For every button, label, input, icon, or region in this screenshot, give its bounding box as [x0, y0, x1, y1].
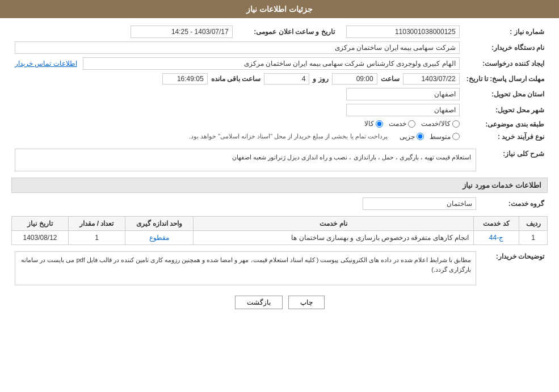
creator-label: ایجاد کننده درخواست:: [463, 56, 548, 71]
col-need-date: تاریخ نیاز: [12, 216, 69, 230]
radio-mottasat-label: متوسط: [430, 133, 451, 141]
radio-kala-input[interactable]: [376, 120, 383, 128]
back-button[interactable]: بازگشت: [235, 296, 283, 309]
col-quantity: تعداد / مقدار: [69, 216, 125, 230]
creator-link[interactable]: اطلاعات تماس خریدار: [15, 60, 77, 68]
requester-label: نام دستگاه خریدار:: [463, 40, 548, 56]
buyer-notes-section: توضیحات خریدار: مطابق با شرایط اعلام شده…: [11, 250, 548, 287]
page-title: جزئیات اطلاعات نیاز: [246, 5, 313, 14]
cell-date: 1403/08/12: [12, 230, 69, 245]
col-service-code: کد خدمت: [474, 216, 519, 230]
col-unit: واحد اندازه گیری: [125, 216, 194, 230]
announce-date-value: 1403/07/17 - 14:25: [131, 26, 233, 38]
requester-value: شرکت سهامی بیمه ایران ساختمان مرکزی: [15, 41, 460, 54]
radio-kala: کالا: [364, 120, 383, 128]
province-value: اصفهان: [346, 88, 460, 100]
radio-jazii: جزیی: [400, 133, 424, 141]
need-number-value: 1103001038000125: [346, 26, 460, 38]
radio-mottasat-input[interactable]: [452, 133, 460, 140]
radio-khedmat: خدمت: [389, 120, 415, 128]
deadline-remaining: 16:49:05: [162, 73, 208, 85]
radio-kala-khedmat-input[interactable]: [452, 120, 460, 128]
page-header: جزئیات اطلاعات نیاز: [0, 0, 559, 18]
radio-kala-label: کالا: [364, 120, 374, 128]
services-table: ردیف کد خدمت نام خدمت واحد اندازه گیری ت…: [11, 216, 548, 245]
deadline-date: 1403/07/22: [403, 73, 460, 85]
print-button[interactable]: چاپ: [288, 296, 325, 309]
radio-kala-khedmat: کالا/خدمت: [421, 120, 459, 128]
table-row: 1 ج-44 انجام کارهای متفرقه درخصوص بازساز…: [12, 230, 548, 245]
process-note: پرداخت تمام یا بخشی از مبلغ خریدار از مح…: [189, 133, 388, 140]
service-group-section: گروه خدمت: ساختمان: [11, 196, 548, 212]
cell-code: ج-44: [474, 230, 519, 245]
process-radio-group: متوسط جزیی: [400, 133, 460, 141]
col-row-number: ردیف: [519, 216, 548, 230]
radio-khedmat-label: خدمت: [389, 120, 406, 128]
radio-jazii-label: جزیی: [400, 133, 415, 141]
need-description-section: شرح کلی نیاز: استعلام قیمت تهیه ، بارگیر…: [11, 147, 548, 173]
cell-unit: مقطوع: [125, 230, 194, 245]
creator-value: الهام کبیری ولوجردی کارشناس شرکت سهامی ب…: [83, 57, 460, 70]
deadline-time-label: ساعت: [381, 75, 400, 83]
main-container: جزئیات اطلاعات نیاز شماره نیاز : 1103001…: [0, 0, 559, 392]
deadline-days: 4: [264, 73, 309, 85]
category-label: طبقه بندی موضوعی:: [463, 118, 548, 131]
button-row: چاپ بازگشت: [11, 296, 548, 309]
buyer-notes-label: توضیحات خریدار:: [480, 250, 548, 287]
process-label: نوع فرآیند خرید :: [463, 131, 548, 142]
col-service-name: نام خدمت: [194, 216, 474, 230]
info-section: شماره نیاز : 1103001038000125 تاریخ و سا…: [11, 24, 548, 142]
deadline-remaining-label: ساعت باقی مانده: [211, 75, 261, 83]
services-section-title: اطلاعات خدمات مورد نیاز: [11, 178, 548, 193]
radio-mottasat: متوسط: [430, 133, 460, 141]
need-number-label: شماره نیاز :: [463, 24, 548, 40]
service-group-label: گروه خدمت:: [480, 196, 548, 212]
announce-date-label: تاریخ و ساعت اعلان عمومی:: [236, 24, 338, 40]
cell-row: 1: [519, 230, 548, 245]
content-area: شماره نیاز : 1103001038000125 تاریخ و سا…: [0, 18, 559, 323]
city-value: اصفهان: [346, 104, 460, 116]
province-label: استان محل تحویل:: [463, 86, 548, 102]
city-label: شهر محل تحویل:: [463, 102, 548, 118]
buyer-notes-value: مطابق با شرایط اعلام شده در داده های الک…: [15, 251, 476, 285]
radio-kala-khedmat-label: کالا/خدمت: [421, 120, 450, 128]
need-description-label: شرح کلی نیاز:: [480, 147, 548, 173]
deadline-day-label: روز و: [313, 75, 328, 83]
category-radio-group: کالا/خدمت خدمت کالا: [364, 120, 459, 128]
need-description-value: استعلام قیمت تهیه ، بارگیری ، حمل ، بارا…: [15, 149, 476, 171]
service-group-value: ساختمان: [363, 197, 476, 210]
deadline-label: مهلت ارسال پاسخ: تا تاریخ:: [463, 71, 548, 86]
cell-name: انجام کارهای متفرقه درخصوص بازسازی و بهس…: [194, 230, 474, 245]
deadline-time: 09:00: [332, 73, 377, 85]
radio-jazii-input[interactable]: [417, 133, 424, 140]
cell-quantity: 1: [69, 230, 125, 245]
radio-khedmat-input[interactable]: [408, 120, 415, 128]
